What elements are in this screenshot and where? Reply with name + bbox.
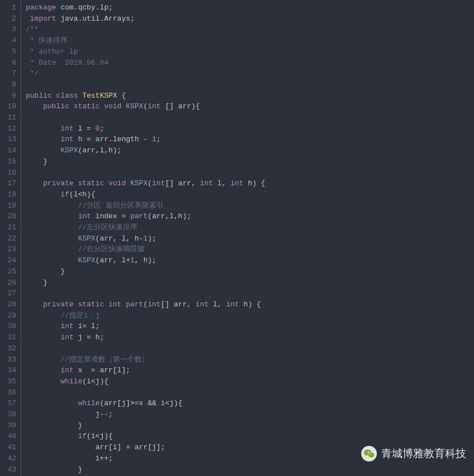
code-line[interactable] (26, 112, 474, 123)
code-area[interactable]: package com.qcby.lp; import java.util.Ar… (21, 0, 474, 476)
line-number: 31 (2, 332, 16, 343)
wechat-icon (361, 446, 377, 461)
line-number: 14 (2, 145, 16, 156)
line-number: 12 (2, 123, 16, 134)
code-line[interactable]: } (26, 266, 474, 277)
code-line[interactable]: public class TestKSPX { (26, 90, 474, 102)
code-line[interactable]: public static void KSPX(int [] arr){ (26, 101, 474, 112)
code-line[interactable]: while(arr[j]>=x && i<j){ (26, 398, 474, 409)
code-line[interactable]: if(l<h){ (26, 189, 474, 200)
code-line[interactable]: } (26, 420, 474, 431)
code-line[interactable]: KSPX(arr, l+1, h); (26, 255, 474, 266)
code-line[interactable]: int index = part(arr,l,h); (26, 211, 474, 222)
line-number: 41 (2, 442, 16, 453)
line-number: 27 (2, 288, 16, 299)
code-line[interactable]: KSPX(arr,l,h); (26, 145, 474, 156)
code-line[interactable]: } (26, 156, 474, 167)
line-number: 23 (2, 244, 16, 255)
line-number: 15 (2, 156, 16, 167)
line-number: 17 (2, 178, 16, 189)
code-line[interactable]: private static void KSPX(int[] arr, int … (26, 178, 474, 189)
code-line[interactable]: int l = 0; (26, 123, 474, 134)
line-number: 25 (2, 266, 16, 277)
code-line[interactable]: //右分区快速哦哎嘘 (26, 244, 474, 255)
line-number: 40 (2, 431, 16, 442)
code-line[interactable]: } (26, 464, 474, 475)
code-line[interactable]: //分区 返回分区界限索引 (26, 200, 474, 211)
line-number: 30 (2, 321, 16, 332)
line-number: 18 (2, 189, 16, 200)
code-line[interactable]: int h = arr.length - 1; (26, 134, 474, 145)
line-number: 26 (2, 277, 16, 289)
line-number: 43 (2, 464, 16, 475)
code-line[interactable]: j--; (26, 409, 474, 420)
line-number: 5 (2, 46, 16, 57)
line-number: 19 (2, 200, 16, 211)
code-line[interactable]: */ (26, 68, 474, 79)
line-number: 37 (2, 398, 16, 409)
code-line[interactable]: import java.util.Arrays; (26, 13, 474, 25)
line-number: 22 (2, 233, 16, 244)
code-line[interactable]: int x = arr[l]; (26, 365, 474, 376)
code-line[interactable]: } (26, 277, 474, 289)
code-line[interactable] (26, 343, 474, 354)
line-number: 21 (2, 222, 16, 233)
code-line[interactable] (26, 387, 474, 398)
watermark: 青城博雅教育科技 (361, 446, 466, 461)
line-number: 36 (2, 387, 16, 398)
line-number: 33 (2, 354, 16, 366)
code-line[interactable]: * 快速排序 (26, 35, 474, 46)
code-line[interactable]: KSPX(arr, l, h-1); (26, 233, 474, 244)
line-number: 8 (2, 79, 16, 90)
line-number: 6 (2, 57, 16, 69)
line-number-gutter: 1234567891011121314151617181920212223242… (0, 0, 21, 476)
line-number: 10 (2, 101, 16, 112)
code-line[interactable]: int j = h; (26, 332, 474, 343)
line-number: 28 (2, 299, 16, 310)
line-number: 42 (2, 453, 16, 464)
code-line[interactable]: //左分区快速排序 (26, 222, 474, 233)
code-line[interactable]: //指定基准数（第一个数） (26, 354, 474, 366)
code-line[interactable]: /** (26, 24, 474, 35)
code-line[interactable]: //指定i，j (26, 310, 474, 321)
code-line[interactable]: private static int part(int[] arr, int l… (26, 299, 474, 310)
line-number: 1 (2, 2, 16, 13)
line-number: 29 (2, 310, 16, 321)
line-number: 32 (2, 343, 16, 354)
line-number: 11 (2, 112, 16, 123)
line-number: 20 (2, 211, 16, 222)
code-line[interactable]: while(i<j){ (26, 376, 474, 387)
line-number: 39 (2, 420, 16, 431)
code-line[interactable]: * author lp (26, 46, 474, 57)
code-line[interactable]: * Date 2019.06.04 (26, 57, 474, 69)
line-number: 9 (2, 90, 16, 102)
watermark-text: 青城博雅教育科技 (381, 446, 466, 461)
line-number: 3 (2, 24, 16, 35)
line-number: 38 (2, 409, 16, 420)
code-line[interactable]: if(i<j){ (26, 431, 474, 442)
line-number: 4 (2, 35, 16, 46)
line-number: 35 (2, 376, 16, 387)
line-number: 16 (2, 167, 16, 179)
code-line[interactable]: int i= l; (26, 321, 474, 332)
code-line[interactable]: package com.qcby.lp; (26, 2, 474, 13)
line-number: 13 (2, 134, 16, 145)
code-line[interactable] (26, 167, 474, 179)
line-number: 24 (2, 255, 16, 266)
code-editor: 1234567891011121314151617181920212223242… (0, 0, 474, 476)
line-number: 2 (2, 13, 16, 25)
code-line[interactable] (26, 288, 474, 299)
line-number: 7 (2, 68, 16, 79)
line-number: 34 (2, 365, 16, 376)
code-line[interactable] (26, 79, 474, 90)
